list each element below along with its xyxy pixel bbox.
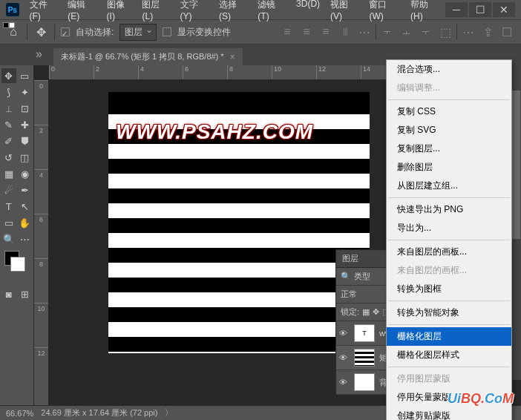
move-tool-icon[interactable]: ✥ [33, 24, 48, 39]
more-icon[interactable]: ⋯ [460, 24, 476, 40]
document-canvas[interactable]: WWW.PSAHZ.COM [108, 92, 370, 353]
align-icon[interactable]: ≡ [279, 24, 295, 40]
close-button[interactable]: ✕ [493, 2, 515, 17]
title-bar: Ps 文件(F) 编辑(E) 图像(I) 图层(L) 文字(Y) 选择(S) 滤… [0, 0, 521, 19]
ctx-artboard-from[interactable]: 来自图层的画板... [387, 243, 511, 261]
minimize-button[interactable]: ─ [445, 2, 468, 17]
menu-window[interactable]: 窗口(W) [364, 0, 404, 24]
stamp-tool[interactable]: ⛊ [18, 134, 33, 148]
3d-icon[interactable]: ⬚ [437, 24, 453, 40]
menu-layer[interactable]: 图层(L) [137, 0, 174, 24]
layer-thumbnail[interactable] [354, 349, 375, 367]
toolbox: ✥▭ ⟆✦ ⟂⊡ ✎✚ ✐⛊ ↺◫ ▦◉ ☄✒ T↖ ▭✋ 🔍⋯ ◙⊞ [0, 65, 34, 405]
align-icon[interactable]: ⫴ [337, 24, 353, 40]
frame-tool[interactable]: ⊡ [18, 101, 33, 116]
history-brush-tool[interactable]: ↺ [1, 150, 16, 165]
auto-select-dropdown[interactable]: 图层 [119, 24, 157, 41]
divider [54, 24, 55, 40]
lock-pixels-icon[interactable]: ▦ [362, 307, 370, 317]
menu-file[interactable]: 文件(F) [25, 0, 62, 24]
menu-edit[interactable]: 编辑(E) [63, 0, 100, 24]
screenmode-tool[interactable]: ⊞ [18, 286, 33, 301]
menu-filter[interactable]: 滤镜(T) [253, 0, 290, 24]
tab-close-icon[interactable]: × [230, 52, 235, 62]
align-top-icon[interactable]: ⫟ [379, 24, 396, 40]
divider [456, 24, 457, 40]
visibility-icon[interactable]: 👁 [339, 353, 350, 362]
ctx-export-as[interactable]: 导出为... [387, 219, 511, 237]
panel-collapse-icon[interactable]: » [36, 47, 49, 61]
eraser-tool[interactable]: ◫ [18, 150, 33, 165]
align-icon[interactable]: ≡ [318, 24, 334, 40]
ctx-copy-svg[interactable]: 复制 SVG [387, 121, 511, 140]
ctx-convert-frame[interactable]: 转换为图框 [387, 280, 511, 298]
blend-mode-dropdown[interactable]: 正常 [341, 289, 357, 300]
hand-tool[interactable]: ✋ [18, 215, 33, 230]
ctx-quick-export[interactable]: 快速导出为 PNG [387, 200, 511, 219]
menu-select[interactable]: 选择(S) [214, 0, 252, 24]
default-swatch-icon[interactable] [3, 22, 15, 28]
eyedropper-tool[interactable]: ✎ [1, 117, 16, 132]
move-tool[interactable]: ✥ [1, 68, 16, 83]
menu-3d[interactable]: 3D(D) [292, 0, 324, 24]
quickmask-tool[interactable]: ◙ [1, 286, 16, 301]
document-tab[interactable]: 未标题-1 @ 66.7% (矩形 1 拷贝 8, RGB/8#) * × [53, 48, 243, 65]
edit-toolbar[interactable]: ⋯ [18, 232, 33, 246]
visibility-icon[interactable]: 👁 [339, 329, 350, 338]
dodge-tool[interactable]: ☄ [1, 183, 16, 197]
type-tool[interactable]: T [1, 199, 16, 214]
wand-tool[interactable]: ✦ [18, 85, 33, 99]
crop-tool[interactable]: ⟂ [1, 101, 16, 116]
path-tool[interactable]: ↖ [18, 199, 33, 214]
layer-thumbnail[interactable]: T [354, 324, 375, 342]
chevron-right-icon[interactable]: 〉 [165, 407, 173, 419]
ctx-blend-options[interactable]: 混合选项... [387, 60, 511, 79]
zoom-level[interactable]: 66.67% [6, 409, 33, 418]
zoom-tool[interactable]: 🔍 [1, 232, 16, 246]
brush-tool[interactable]: ✐ [1, 134, 16, 148]
marquee-tool[interactable]: ▭ [18, 68, 33, 83]
ctx-dup-layer[interactable]: 复制图层... [387, 140, 511, 158]
ctx-rasterize[interactable]: 栅格化图层 [387, 327, 511, 346]
maximize-button[interactable]: ☐ [469, 2, 491, 17]
show-transform-checkbox[interactable] [163, 27, 171, 36]
doc-info[interactable]: 24.69 厘米 x 17.64 厘米 (72 ppi) [41, 407, 157, 419]
vertical-scrollbar[interactable] [511, 61, 521, 380]
menu-separator [388, 301, 510, 301]
heal-tool[interactable]: ✚ [18, 117, 33, 132]
show-transform-label: 显示变换控件 [177, 26, 231, 39]
search-icon[interactable]: 🔍 [341, 272, 351, 281]
shape-tool[interactable]: ▭ [1, 215, 16, 230]
menu-help[interactable]: 帮助(H) [406, 0, 444, 24]
align-bot-icon[interactable]: ⫟ [418, 24, 434, 40]
ctx-del-layer[interactable]: 删除图层 [387, 158, 511, 177]
background-swatch[interactable] [10, 257, 25, 272]
app-logo: Ps [6, 3, 19, 16]
lock-position-icon[interactable]: ✥ [373, 307, 379, 317]
layer-thumbnail[interactable] [354, 373, 375, 391]
ctx-group-from[interactable]: 从图层建立组... [387, 177, 511, 195]
gradient-tool[interactable]: ▦ [1, 166, 16, 181]
distribute-icon[interactable]: ⋯ [356, 24, 373, 40]
lasso-tool[interactable]: ⟆ [1, 85, 16, 99]
visibility-icon[interactable]: 👁 [339, 378, 350, 387]
vertical-ruler[interactable]: 024681012 [34, 80, 49, 405]
menu-view[interactable]: 视图(V) [326, 0, 363, 24]
ctx-rasterize-style[interactable]: 栅格化图层样式 [387, 346, 511, 364]
layer-context-menu: 混合选项... 编辑调整... 复制 CSS 复制 SVG 复制图层... 删除… [386, 59, 512, 420]
color-swatches [1, 251, 32, 275]
menu-type[interactable]: 文字(Y) [176, 0, 213, 24]
ctx-copy-css[interactable]: 复制 CSS [387, 102, 511, 121]
blur-tool[interactable]: ◉ [18, 166, 33, 181]
auto-select-checkbox[interactable] [61, 27, 70, 36]
pen-tool[interactable]: ✒ [18, 183, 33, 197]
align-mid-icon[interactable]: ⫠ [399, 24, 415, 40]
share-icon[interactable]: ⇪ [479, 24, 496, 40]
scroll-thumb[interactable] [511, 91, 520, 239]
kind-label: 类型 [354, 271, 370, 282]
menu-image[interactable]: 图像(I) [102, 0, 137, 24]
ctx-smart-obj[interactable]: 转换为智能对象 [387, 303, 511, 322]
ctx-create-clip[interactable]: 创建剪贴蒙版 [387, 407, 511, 420]
search-icon[interactable]: ☐ [499, 24, 515, 40]
align-icon[interactable]: ≡ [298, 24, 315, 40]
